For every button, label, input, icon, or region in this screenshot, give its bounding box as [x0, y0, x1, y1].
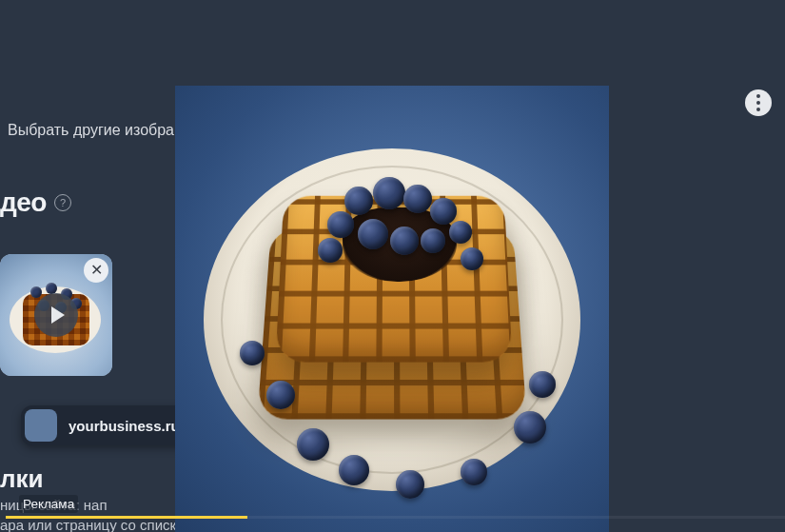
- preview-berry: [396, 470, 424, 499]
- remove-thumbnail-button[interactable]: ✕: [84, 258, 108, 283]
- preview-berry: [327, 211, 354, 238]
- preview-berry: [297, 428, 329, 461]
- preview-berry: [373, 177, 405, 209]
- preview-berry: [339, 455, 369, 485]
- preview-berry: [318, 238, 343, 263]
- preview-berry: [449, 221, 472, 244]
- ad-domain-text: yourbusiness.ru: [65, 418, 184, 434]
- preview-berry: [430, 198, 457, 225]
- kebab-dot-icon: [756, 101, 760, 105]
- more-options-button[interactable]: [745, 89, 772, 116]
- preview-berry: [358, 219, 388, 249]
- kebab-dot-icon: [756, 108, 760, 111]
- preview-berry: [266, 381, 295, 409]
- preview-berry: [240, 341, 265, 365]
- info-icon[interactable]: ?: [54, 194, 71, 211]
- video-thumbnail[interactable]: ✕: [0, 254, 112, 376]
- page-root: Выбрать другие изобра део ? ✕ yourbusine…: [0, 0, 785, 532]
- preview-berry: [461, 247, 483, 270]
- ad-favicon: [25, 409, 57, 442]
- kebab-dot-icon: [756, 94, 760, 98]
- preview-berry: [529, 371, 556, 398]
- ad-progress-fill: [6, 516, 247, 519]
- video-heading-text: део: [0, 187, 47, 218]
- select-other-images-link[interactable]: Выбрать другие изобра: [8, 122, 174, 139]
- image-preview: [175, 86, 609, 532]
- play-icon[interactable]: [34, 293, 78, 337]
- preview-berry: [461, 459, 487, 485]
- preview-berry: [403, 185, 432, 213]
- ad-label: Реклама: [19, 495, 78, 513]
- video-section-heading: део ?: [0, 187, 71, 218]
- preview-berry: [421, 228, 445, 253]
- quicklinks-heading: лки: [0, 464, 44, 494]
- preview-berry: [514, 411, 546, 443]
- ad-progress-track: [6, 516, 785, 519]
- preview-berry: [344, 187, 373, 215]
- preview-berry: [390, 227, 419, 255]
